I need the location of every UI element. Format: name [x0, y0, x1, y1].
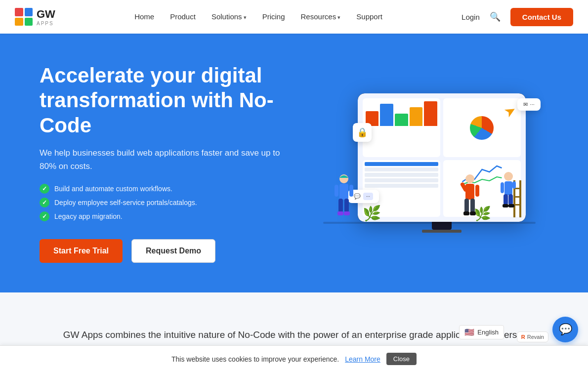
- hero-buttons: Start Free Trial Request Demo: [40, 239, 325, 263]
- language-selector[interactable]: 🇺🇸 English: [459, 325, 504, 339]
- svg-rect-28: [508, 204, 514, 207]
- svg-rect-4: [338, 199, 343, 212]
- nav-support[interactable]: Support: [356, 12, 382, 21]
- logo-tile-red: [15, 8, 23, 16]
- svg-point-21: [504, 172, 513, 181]
- hero-section: Accelerate your digital transformation w…: [0, 34, 588, 292]
- svg-rect-27: [503, 204, 508, 207]
- logo-tile-yellow: [15, 18, 23, 26]
- table-row-1: [365, 167, 438, 171]
- request-demo-button[interactable]: Request Demo: [131, 239, 215, 263]
- logo-text: GW APPS: [37, 8, 55, 26]
- ground-line: [323, 222, 536, 224]
- svg-rect-11: [475, 185, 479, 197]
- chat-icon: 💬: [559, 323, 572, 336]
- table-header-row: [365, 162, 438, 166]
- logo-tile-green: [25, 18, 33, 26]
- hero-illustration: 🔒 ➤ ✉··· 💬···: [325, 69, 559, 257]
- cookie-learn-more[interactable]: Learn More: [345, 355, 380, 363]
- nav-product[interactable]: Product: [170, 12, 196, 21]
- bar-5: [424, 101, 437, 126]
- svg-rect-20: [513, 204, 521, 206]
- svg-rect-12: [464, 199, 469, 212]
- table-row-3: [365, 178, 438, 182]
- svg-point-8: [465, 174, 474, 183]
- nav-solutions[interactable]: Solutions: [211, 12, 247, 21]
- svg-rect-2: [335, 185, 338, 197]
- logo-tile-blue: [25, 8, 33, 16]
- svg-rect-5: [344, 199, 349, 212]
- feature-list: ✓ Build and automate custom workflows. ✓…: [40, 184, 325, 221]
- start-free-trial-button[interactable]: Start Free Trial: [40, 239, 123, 263]
- flag-icon: 🇺🇸: [464, 328, 474, 337]
- feature-item-3: ✓ Legacy app migration.: [40, 211, 325, 221]
- plant-right: 🌿: [474, 206, 491, 222]
- cookie-close-button[interactable]: Close: [386, 353, 417, 365]
- bar-3: [395, 114, 408, 126]
- plant-left: 🌿: [363, 205, 381, 222]
- hero-subtext: We help businesses build web application…: [40, 147, 296, 173]
- hero-heading: Accelerate your digital transformation w…: [40, 63, 325, 138]
- logo-grid: [15, 8, 33, 26]
- notification-badge: ✉···: [517, 98, 541, 111]
- svg-rect-6: [337, 211, 343, 215]
- nav-home[interactable]: Home: [134, 12, 154, 21]
- check-icon-3: ✓: [40, 211, 49, 221]
- cookie-message: This website uses cookies to improve you…: [171, 355, 339, 363]
- bar-chart: [366, 101, 437, 126]
- svg-rect-7: [344, 211, 350, 215]
- table-row-2: [365, 173, 438, 177]
- table-row-4: [365, 184, 438, 188]
- nav-links: Home Product Solutions Pricing Resources…: [134, 12, 382, 21]
- contact-button[interactable]: Contact Us: [510, 8, 573, 26]
- cookie-banner: This website uses cookies to improve you…: [0, 345, 588, 372]
- svg-rect-23: [501, 182, 504, 193]
- logo[interactable]: GW APPS: [15, 8, 55, 26]
- person-figure-3: [499, 170, 523, 222]
- lock-badge: 🔒: [353, 123, 372, 142]
- illustration-container: 🔒 ➤ ✉··· 💬···: [358, 93, 526, 233]
- revain-label: Revain: [527, 334, 544, 340]
- feature-item-1: ✓ Build and automate custom workflows.: [40, 184, 325, 194]
- nav-resources[interactable]: Resources: [301, 12, 341, 21]
- check-icon-1: ✓: [40, 184, 49, 194]
- svg-rect-24: [512, 181, 516, 189]
- nav-pricing[interactable]: Pricing: [262, 12, 285, 21]
- feature-item-2: ✓ Deploy employee self-service portals/c…: [40, 198, 325, 207]
- svg-rect-14: [463, 211, 469, 215]
- svg-rect-26: [508, 194, 513, 205]
- language-label: English: [477, 329, 499, 336]
- login-link[interactable]: Login: [462, 13, 480, 21]
- svg-rect-3: [349, 185, 353, 197]
- svg-rect-17: [519, 180, 521, 217]
- chart-box-bars: [363, 98, 440, 158]
- svg-rect-22: [504, 181, 512, 195]
- nav-right: Login 🔍 Contact Us: [462, 8, 573, 26]
- svg-rect-1: [339, 184, 348, 200]
- bar-2: [380, 104, 393, 126]
- chat-widget[interactable]: 💬: [552, 317, 578, 342]
- svg-rect-19: [513, 196, 521, 198]
- svg-rect-9: [465, 184, 474, 200]
- svg-rect-25: [504, 194, 508, 205]
- search-icon[interactable]: 🔍: [490, 11, 501, 22]
- pie-chart: [470, 116, 494, 140]
- revain-badge[interactable]: R Revain: [517, 331, 548, 342]
- monitor-base: [422, 230, 462, 233]
- bar-4: [410, 107, 423, 126]
- person-figure-1: [331, 173, 358, 222]
- hero-content: Accelerate your digital transformation w…: [40, 63, 325, 263]
- check-icon-2: ✓: [40, 198, 49, 207]
- navbar: GW APPS Home Product Solutions Pricing R…: [0, 0, 588, 34]
- revain-r-icon: R: [521, 334, 525, 340]
